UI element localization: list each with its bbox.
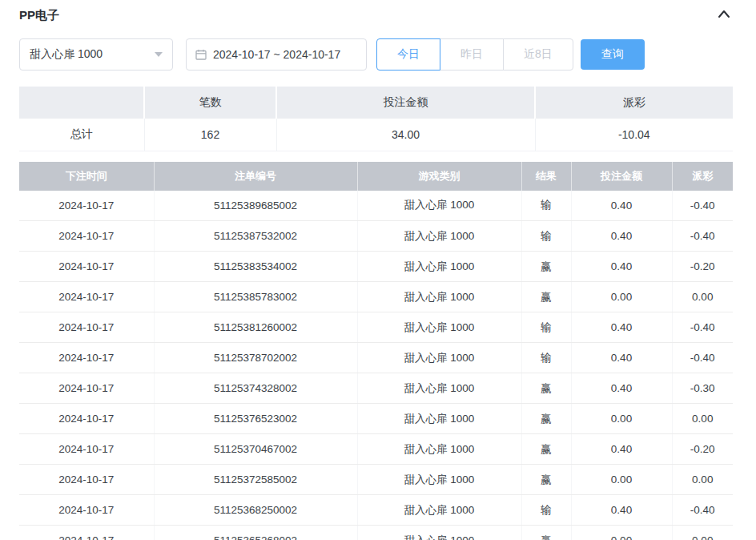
summary-payout: -10.04	[535, 119, 733, 151]
cell-order-id: 51125383534002	[154, 252, 357, 282]
game-select[interactable]: 甜入心扉 1000	[19, 38, 173, 71]
cell-bet-amount: 0.40	[571, 373, 672, 404]
cell-order-id: 51125387532002	[154, 221, 357, 252]
quick-button-last-8-days[interactable]: 近8日	[503, 38, 573, 71]
cell-order-id: 51125385783002	[154, 282, 357, 312]
table-row: 2024-10-1751125383534002甜入心扉 1000赢0.40-0…	[19, 252, 733, 282]
table-row: 2024-10-1751125368250002甜入心扉 1000输0.40-0…	[19, 495, 733, 526]
cell-bet-time: 2024-10-17	[19, 221, 154, 252]
date-range-input[interactable]: 2024-10-17 ~ 2024-10-17	[186, 38, 367, 71]
cell-game-category: 甜入心扉 1000	[357, 312, 521, 343]
cell-result: 赢	[521, 252, 571, 282]
cell-bet-amount: 0.00	[571, 282, 672, 312]
cell-result: 输	[521, 221, 571, 252]
summary-total-label: 总计	[19, 119, 144, 151]
cell-order-id: 51125389685002	[154, 191, 357, 221]
cell-bet-amount: 0.00	[571, 465, 672, 495]
cell-order-id: 51125370467002	[154, 434, 357, 465]
cell-bet-time: 2024-10-17	[19, 434, 154, 465]
cell-bet-time: 2024-10-17	[19, 343, 154, 373]
chevron-up-icon	[717, 7, 731, 24]
bets-header-row: 下注时间注单编号游戏类别结果投注金额派彩	[19, 162, 733, 191]
table-row: 2024-10-1751125385783002甜入心扉 1000赢0.000.…	[19, 282, 733, 312]
cell-bet-amount: 0.40	[571, 434, 672, 465]
cell-bet-amount: 0.00	[571, 404, 672, 434]
summary-header-cell: 笔数	[144, 87, 276, 119]
cell-game-category: 甜入心扉 1000	[357, 526, 521, 540]
cell-result: 输	[521, 312, 571, 343]
query-button[interactable]: 查询	[581, 39, 645, 70]
bets-header-cell: 注单编号	[154, 162, 357, 191]
cell-order-id: 51125378702002	[154, 343, 357, 373]
cell-bet-time: 2024-10-17	[19, 282, 154, 312]
cell-result: 赢	[521, 282, 571, 312]
table-row: 2024-10-1751125378702002甜入心扉 1000输0.40-0…	[19, 343, 733, 373]
cell-bet-amount: 0.40	[571, 343, 672, 373]
cell-bet-amount: 0.00	[571, 526, 672, 540]
cell-result: 赢	[521, 434, 571, 465]
cell-payout: -0.30	[672, 373, 733, 404]
cell-game-category: 甜入心扉 1000	[357, 282, 521, 312]
cell-game-category: 甜入心扉 1000	[357, 343, 521, 373]
calendar-icon	[195, 48, 207, 61]
cell-payout: 0.00	[672, 465, 733, 495]
bets-table: 下注时间注单编号游戏类别结果投注金额派彩 2024-10-17511253896…	[19, 162, 733, 540]
bets-header-cell: 投注金额	[571, 162, 672, 191]
table-row: 2024-10-1751125370467002甜入心扉 1000赢0.40-0…	[19, 434, 733, 465]
cell-payout: 0.00	[672, 526, 733, 540]
cell-result: 输	[521, 191, 571, 221]
collapse-panel-button[interactable]	[715, 6, 733, 26]
date-range-value: 2024-10-17 ~ 2024-10-17	[213, 48, 340, 61]
cell-game-category: 甜入心扉 1000	[357, 373, 521, 404]
cell-order-id: 51125381260002	[154, 312, 357, 343]
cell-payout: -0.20	[672, 252, 733, 282]
bets-header-cell: 派彩	[672, 162, 733, 191]
cell-bet-time: 2024-10-17	[19, 526, 154, 540]
cell-payout: -0.40	[672, 495, 733, 526]
page-title: PP电子	[19, 8, 59, 23]
panel-header: PP电子	[19, 0, 733, 30]
game-select-value: 甜入心扉 1000	[30, 47, 103, 62]
cell-order-id: 51125374328002	[154, 373, 357, 404]
cell-payout: -0.40	[672, 343, 733, 373]
table-row: 2024-10-1751125389685002甜入心扉 1000输0.40-0…	[19, 191, 733, 221]
cell-game-category: 甜入心扉 1000	[357, 191, 521, 221]
cell-bet-time: 2024-10-17	[19, 312, 154, 343]
table-row: 2024-10-1751125374328002甜入心扉 1000赢0.40-0…	[19, 373, 733, 404]
cell-game-category: 甜入心扉 1000	[357, 495, 521, 526]
table-row: 2024-10-1751125372585002甜入心扉 1000赢0.000.…	[19, 465, 733, 495]
report-panel: PP电子 甜入心扉 1000 2024-10-17 ~ 2024-10-17	[0, 0, 756, 540]
summary-count: 162	[144, 119, 276, 151]
cell-game-category: 甜入心扉 1000	[357, 404, 521, 434]
summary-header-cell: 派彩	[535, 87, 733, 119]
summary-table: 笔数投注金额派彩 总计16234.00-10.04	[19, 87, 733, 151]
cell-payout: -0.40	[672, 191, 733, 221]
bets-header-cell: 结果	[521, 162, 571, 191]
cell-bet-amount: 0.40	[571, 312, 672, 343]
cell-payout: -0.20	[672, 434, 733, 465]
cell-result: 赢	[521, 404, 571, 434]
cell-order-id: 51125372585002	[154, 465, 357, 495]
cell-bet-amount: 0.40	[571, 191, 672, 221]
summary-header-cell	[19, 87, 144, 119]
cell-order-id: 51125368250002	[154, 495, 357, 526]
cell-game-category: 甜入心扉 1000	[357, 221, 521, 252]
table-row: 2024-10-1751125376523002甜入心扉 1000赢0.000.…	[19, 404, 733, 434]
cell-order-id: 51125365268002	[154, 526, 357, 540]
summary-header-row: 笔数投注金额派彩	[19, 87, 733, 119]
cell-game-category: 甜入心扉 1000	[357, 465, 521, 495]
cell-bet-time: 2024-10-17	[19, 191, 154, 221]
cell-result: 赢	[521, 373, 571, 404]
cell-result: 赢	[521, 526, 571, 540]
cell-payout: -0.40	[672, 221, 733, 252]
cell-result: 输	[521, 495, 571, 526]
chevron-down-icon	[155, 52, 163, 57]
cell-bet-time: 2024-10-17	[19, 252, 154, 282]
quick-button-today[interactable]: 今日	[376, 38, 440, 71]
quick-button-yesterday[interactable]: 昨日	[440, 38, 504, 71]
cell-bet-time: 2024-10-17	[19, 495, 154, 526]
cell-payout: 0.00	[672, 282, 733, 312]
cell-bet-amount: 0.40	[571, 221, 672, 252]
cell-bet-amount: 0.40	[571, 495, 672, 526]
cell-result: 输	[521, 343, 571, 373]
